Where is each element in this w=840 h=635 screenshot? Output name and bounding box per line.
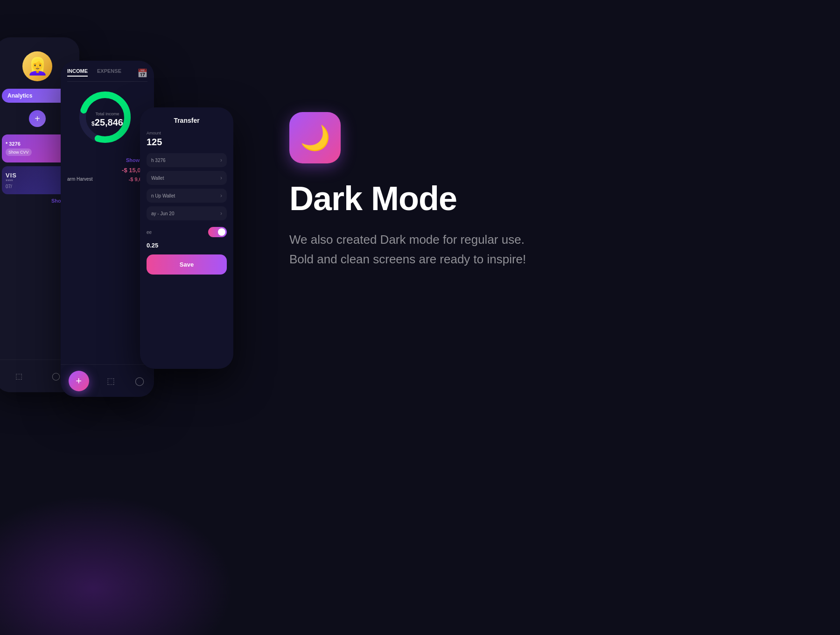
tab-income[interactable]: INCOME (67, 68, 88, 77)
moon-icon: 🌙 (300, 124, 330, 152)
bottom-nav-mid: + ⬚ ◯ (61, 364, 154, 397)
chevron-icon: › (220, 157, 222, 163)
app-icon: 🌙 (289, 112, 341, 163)
card-expiry: 07/ (6, 184, 69, 189)
account-label: h 3276 (151, 158, 166, 163)
form-row-wallet[interactable]: Wallet › (147, 171, 227, 185)
table-row: -$ 15,000 (67, 167, 147, 174)
right-section: 🌙 Dark Mode We also created Dark mode fo… (289, 112, 663, 269)
table-row: arm Harvest -$ 9,646 (67, 176, 147, 182)
card-number: * 3276 (6, 141, 69, 147)
chevron-icon: › (220, 175, 222, 181)
amount-group: Amount 125 (140, 131, 233, 148)
fee-toggle-row: ee (140, 224, 233, 240)
fee-toggle[interactable] (208, 227, 227, 237)
add-button[interactable]: + (29, 110, 46, 127)
fee-label: ee (147, 230, 152, 235)
tx-farm-name: arm Harvest (67, 176, 92, 182)
chevron-icon: › (220, 210, 222, 217)
phones-section: 👱‍♀️ Analytics › + * 3276 Show CVV (0, 0, 266, 635)
calendar-icon[interactable]: 📅 (137, 68, 147, 78)
amount-value[interactable]: 125 (147, 137, 227, 148)
form-row-account[interactable]: h 3276 › (147, 153, 227, 167)
form-row-date[interactable]: ay - Jun 20 › (147, 206, 227, 220)
show-cvv-button[interactable]: Show CVV (6, 148, 32, 156)
nav-profile-mid-icon[interactable]: ◯ (133, 374, 146, 388)
nav-wallet-icon[interactable]: ⬚ (12, 370, 25, 383)
phone-front: Transfer Amount 125 h 3276 › Wallet › n … (140, 107, 233, 369)
date-label: ay - Jun 20 (151, 211, 174, 216)
donut-chart: Total Income $25,846 (67, 89, 147, 150)
avatar: 👱‍♀️ (22, 51, 52, 81)
transfer-title: Transfer (140, 107, 233, 131)
wallet-label: Wallet (151, 176, 164, 181)
dark-mode-description: We also created Dark mode for regular us… (289, 230, 541, 269)
up-wallet-label: n Up Wallet (151, 193, 175, 198)
total-income-label: Total Income (91, 112, 123, 116)
show-all-link-mid[interactable]: Show All (67, 157, 147, 163)
nav-add-button[interactable]: + (69, 371, 89, 391)
visa-label: VIS (6, 172, 69, 179)
tab-row: INCOME EXPENSE (67, 68, 147, 82)
save-button[interactable]: Save (147, 254, 227, 275)
plus-icon: + (35, 113, 40, 124)
dark-mode-title: Dark Mode (289, 180, 663, 217)
amount-label: Amount (147, 131, 227, 135)
nav-wallet-mid-icon[interactable]: ⬚ (105, 374, 118, 388)
analytics-label: Analytics (7, 92, 32, 99)
card-dots: **** (6, 179, 69, 184)
form-row-up-wallet[interactable]: n Up Wallet › (147, 189, 227, 203)
chevron-icon: › (220, 192, 222, 199)
income-center: Total Income $25,846 (91, 112, 123, 128)
fee-amount: 0.25 (140, 242, 233, 249)
total-income-value: $25,846 (91, 117, 123, 128)
tab-expense[interactable]: EXPENSE (97, 68, 121, 77)
